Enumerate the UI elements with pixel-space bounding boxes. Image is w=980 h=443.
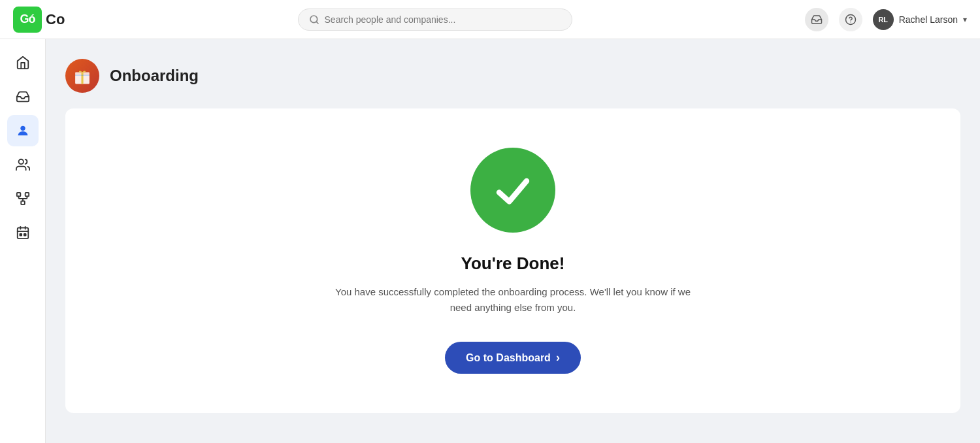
help-button[interactable] <box>839 8 862 31</box>
page-header: Onboarding <box>65 59 960 93</box>
home-icon <box>16 56 30 70</box>
org-icon <box>16 191 30 206</box>
svg-point-4 <box>20 126 25 131</box>
completion-card: You're Done! You have successfully compl… <box>65 108 960 413</box>
topnav: Gó Co RL Rachel Larson ▾ <box>0 0 980 39</box>
done-title: You're Done! <box>461 254 565 274</box>
calendar-icon <box>16 225 30 240</box>
profile-icon <box>16 123 30 138</box>
done-description: You have successfully completed the onbo… <box>330 284 696 316</box>
logo-badge: Gó <box>13 7 42 33</box>
avatar: RL <box>873 9 894 30</box>
svg-line-1 <box>316 22 318 24</box>
sidebar-item-home[interactable] <box>7 47 39 78</box>
search-bar <box>91 8 778 31</box>
sidebar-item-calendar[interactable] <box>7 217 39 248</box>
sidebar-item-inbox[interactable] <box>7 81 39 112</box>
inbox-sidebar-icon <box>16 90 30 104</box>
search-input[interactable] <box>325 14 561 25</box>
user-name: Rachel Larson <box>899 14 958 25</box>
sidebar-item-people[interactable] <box>7 149 39 180</box>
logo-text: Co <box>46 11 65 28</box>
user-menu[interactable]: RL Rachel Larson ▾ <box>873 9 967 30</box>
page-title: Onboarding <box>110 67 199 85</box>
help-icon <box>845 14 857 25</box>
onboarding-icon <box>65 59 99 93</box>
main-layout: Onboarding You're Done! You have success… <box>0 39 980 443</box>
checkmark-icon <box>490 167 536 213</box>
people-icon <box>16 157 30 172</box>
logo[interactable]: Gó Co <box>13 7 65 33</box>
nav-right: RL Rachel Larson ▾ <box>805 8 967 31</box>
inbox-button[interactable] <box>805 8 828 31</box>
go-to-dashboard-button[interactable]: Go to Dashboard › <box>445 342 581 374</box>
dashboard-btn-label: Go to Dashboard <box>466 352 551 364</box>
chevron-down-icon: ▾ <box>963 15 967 24</box>
dashboard-btn-arrow: › <box>556 351 560 365</box>
gift-icon <box>73 67 91 85</box>
svg-rect-18 <box>81 73 83 84</box>
sidebar-item-org[interactable] <box>7 183 39 214</box>
success-circle <box>470 148 555 233</box>
svg-rect-10 <box>17 228 28 239</box>
sidebar-item-profile[interactable] <box>7 115 39 146</box>
sidebar <box>0 39 46 443</box>
svg-rect-19 <box>75 74 90 76</box>
svg-rect-14 <box>20 234 22 236</box>
inbox-icon <box>811 14 823 25</box>
search-input-wrap <box>298 8 572 31</box>
search-icon <box>309 14 319 25</box>
svg-point-5 <box>18 159 23 164</box>
svg-rect-15 <box>24 234 25 236</box>
content-area: Onboarding You're Done! You have success… <box>46 39 980 443</box>
